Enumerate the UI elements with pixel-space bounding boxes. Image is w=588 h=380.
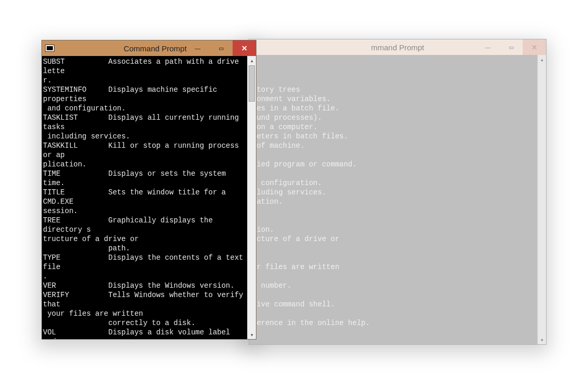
scroll-down-icon[interactable]: ▾ [538, 335, 546, 344]
window-command-prompt-active[interactable]: Command Prompt — ▭ ✕ SUBST Associates a … [41, 40, 256, 340]
scrollbar-inactive[interactable]: ▴ ▾ [537, 55, 546, 344]
maximize-button[interactable]: ▭ [499, 39, 523, 55]
close-button[interactable]: ✕ [523, 39, 546, 55]
minimize-button[interactable]: — [186, 40, 209, 56]
cmd-icon [45, 45, 54, 52]
minimize-button[interactable]: — [476, 39, 499, 55]
maximize-button[interactable]: ▭ [209, 40, 233, 56]
desktop: mmand Prompt — ▭ ✕ ctory trees ronment v… [0, 0, 588, 380]
console-output-inactive[interactable]: ctory trees ronment variables. ges in a … [249, 55, 537, 344]
scroll-up-icon[interactable]: ▴ [248, 56, 256, 65]
window-command-prompt-inactive[interactable]: mmand Prompt — ▭ ✕ ctory trees ronment v… [249, 39, 547, 345]
scroll-thumb[interactable] [249, 65, 255, 102]
console-output-active[interactable]: SUBST Associates a path with a drive let… [42, 56, 247, 339]
titlebar-active[interactable]: Command Prompt — ▭ ✕ [42, 40, 256, 56]
scroll-down-icon[interactable]: ▾ [248, 330, 256, 339]
titlebar-inactive[interactable]: mmand Prompt — ▭ ✕ [249, 39, 546, 55]
close-button[interactable]: ✕ [233, 40, 256, 56]
scroll-up-icon[interactable]: ▴ [538, 55, 546, 64]
scrollbar-active[interactable]: ▴ ▾ [247, 56, 256, 339]
